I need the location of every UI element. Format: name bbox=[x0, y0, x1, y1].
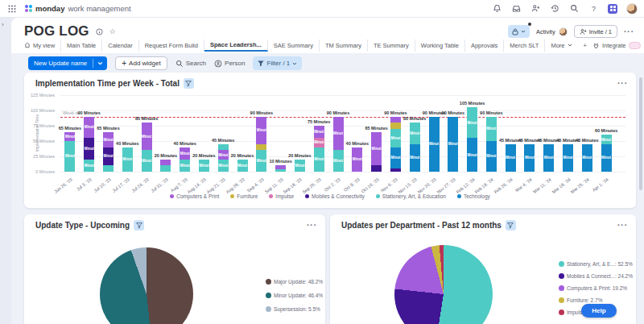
bar-Nov-20-23[interactable]: Minut bbox=[429, 117, 440, 172]
bar-segment[interactable]: Minut bbox=[180, 160, 190, 172]
favorite-star-icon[interactable]: ☆ bbox=[109, 27, 116, 35]
bar-Nov-27-23[interactable]: Minut bbox=[448, 117, 458, 172]
bar-Sep-11-23[interactable] bbox=[275, 165, 286, 172]
widget-menu-icon[interactable]: ··· bbox=[307, 221, 317, 230]
sidebar-expand-icon[interactable]: › bbox=[2, 21, 4, 28]
bar-Aug-21-23[interactable]: MinutMinut bbox=[218, 144, 229, 172]
bar-Sep-18-23[interactable]: Minut bbox=[295, 160, 305, 172]
bar-segment[interactable] bbox=[218, 144, 229, 151]
bar-Aug-14-23[interactable]: Minut bbox=[199, 160, 209, 172]
board-menu-icon[interactable]: ··· bbox=[624, 27, 634, 36]
help-icon[interactable]: ? bbox=[588, 3, 599, 14]
bar-Feb-26-24[interactable]: Minut bbox=[506, 144, 516, 172]
bar-Sep-25-23[interactable]: MinutMinutMinut bbox=[314, 126, 324, 172]
filter-button[interactable]: Filter / 1 bbox=[253, 56, 302, 70]
bar-segment[interactable]: Minut bbox=[390, 129, 401, 147]
bar-Mar-25-24[interactable]: Minut bbox=[582, 144, 592, 172]
bar-Feb-19-24[interactable]: MinutMinut bbox=[486, 117, 497, 172]
tab-working-table[interactable]: Working Table bbox=[415, 39, 465, 52]
tab-request-form-build[interactable]: Request Form Build bbox=[139, 39, 204, 52]
tab-more[interactable]: More bbox=[545, 39, 577, 52]
bar-segment[interactable] bbox=[160, 165, 171, 172]
bar-segment[interactable]: Minut bbox=[333, 150, 344, 172]
bar-segment[interactable]: Minut bbox=[410, 144, 420, 172]
bar-Jul-31-23[interactable] bbox=[160, 160, 171, 172]
tab-sae-summary[interactable]: SAE Summary bbox=[268, 39, 320, 52]
bar-segment[interactable]: Minut bbox=[218, 160, 229, 172]
bar-segment[interactable] bbox=[390, 123, 401, 129]
add-widget-button[interactable]: + Add widget bbox=[115, 56, 167, 70]
bar-Jul-24-23[interactable]: MinutMinut bbox=[142, 123, 152, 172]
bar-segment[interactable]: Minut bbox=[390, 147, 401, 169]
legend-item[interactable]: Impulse bbox=[269, 193, 294, 199]
board-privacy-button[interactable] bbox=[508, 25, 530, 38]
bar-Aug-28-23[interactable]: Minut bbox=[237, 160, 248, 172]
bar-segment[interactable]: Minut bbox=[103, 147, 114, 166]
bar-segment[interactable]: Minut bbox=[84, 138, 94, 160]
integrate-button[interactable]: Integrate bbox=[592, 42, 641, 49]
invite-user-icon[interactable] bbox=[530, 3, 541, 14]
bar-segment[interactable]: Minut bbox=[64, 141, 75, 172]
bar-Mar-11-24[interactable]: Minut bbox=[543, 144, 554, 172]
bar-segment[interactable]: Minut bbox=[467, 138, 477, 172]
tab-tm-summary[interactable]: TM Summary bbox=[320, 39, 368, 52]
legend-item[interactable]: Furniture bbox=[230, 193, 258, 199]
legend-item[interactable]: Stationery, Art, & Education bbox=[376, 193, 446, 199]
bar-segment[interactable] bbox=[390, 168, 401, 172]
apps-grid-icon[interactable] bbox=[6, 3, 17, 14]
bar-Nov-13-23[interactable]: MinutMinut bbox=[410, 123, 420, 172]
bar-segment[interactable]: Minut bbox=[314, 126, 324, 138]
bar-segment[interactable]: Minut bbox=[64, 132, 75, 141]
bar-segment[interactable]: Minut bbox=[142, 123, 152, 150]
new-update-button[interactable]: New Update name bbox=[28, 56, 107, 70]
search-icon[interactable] bbox=[569, 3, 580, 14]
legend-item[interactable]: Major Update: 48.2% bbox=[266, 279, 323, 285]
search-button[interactable]: Search bbox=[175, 60, 206, 68]
page-scrollbar[interactable] bbox=[639, 77, 642, 190]
bar-Oct-16-23[interactable]: Minut bbox=[371, 132, 382, 172]
monday-logo[interactable]: monday work management bbox=[25, 4, 131, 13]
bar-Feb-12-24[interactable]: MinutMinut bbox=[467, 107, 477, 172]
bar-segment[interactable] bbox=[275, 169, 286, 172]
bar-segment[interactable]: Minut bbox=[543, 144, 554, 172]
bar-segment[interactable]: Minut bbox=[524, 144, 535, 172]
bar-segment[interactable]: Minut bbox=[506, 144, 516, 172]
bar-Mar-18-24[interactable]: Minut bbox=[563, 144, 573, 172]
bar-segment[interactable]: Minut bbox=[371, 132, 382, 166]
pie-chart-departments[interactable] bbox=[394, 245, 493, 324]
bar-Jul-17-23[interactable]: Minut bbox=[122, 147, 133, 172]
legend-item[interactable]: Mobiles & Connect...: 24.2% bbox=[559, 273, 633, 279]
tab-main-table[interactable]: Main Table bbox=[61, 39, 102, 52]
bar-segment[interactable]: Minut bbox=[256, 117, 266, 144]
tab-space-leadersh[interactable]: Space Leadersh... bbox=[204, 39, 268, 52]
legend-item[interactable]: Computers & Print: 19.2% bbox=[559, 285, 633, 291]
widget-filter-icon[interactable] bbox=[506, 220, 516, 231]
widget-filter-icon[interactable] bbox=[134, 220, 144, 231]
bar-Oct-9-23[interactable]: Minut bbox=[352, 147, 362, 172]
bar-segment[interactable]: Minut bbox=[122, 147, 133, 172]
bar-segment[interactable]: Minut bbox=[563, 144, 573, 172]
tab-my-view[interactable]: My view bbox=[24, 39, 61, 52]
bar-Jul-10-23[interactable]: MinutMinut bbox=[103, 132, 114, 172]
bar-segment[interactable]: Minut bbox=[582, 144, 592, 172]
widget-menu-icon[interactable]: ··· bbox=[617, 221, 628, 230]
legend-item[interactable]: Mobiles & Connectivity bbox=[305, 193, 365, 199]
bar-segment[interactable]: Minut bbox=[601, 144, 612, 172]
history-icon[interactable] bbox=[550, 3, 560, 14]
bar-segment[interactable]: Minut bbox=[314, 147, 324, 172]
bar-segment[interactable]: Minut bbox=[84, 160, 94, 172]
add-view-button[interactable]: + bbox=[578, 39, 592, 52]
inbox-icon[interactable] bbox=[511, 3, 522, 14]
bar-Nov-6-23[interactable]: MinutMinut bbox=[390, 117, 401, 172]
bar-Jun-26-23[interactable]: MinutMinut bbox=[64, 132, 75, 172]
bar-segment[interactable]: Minut bbox=[352, 147, 362, 172]
activity-button[interactable]: Activity bbox=[536, 27, 568, 36]
pie-chart-update-type[interactable] bbox=[100, 247, 193, 324]
bar-segment[interactable]: Minut bbox=[429, 117, 440, 172]
bar-segment[interactable] bbox=[371, 165, 382, 172]
bar-segment[interactable]: Minut bbox=[448, 117, 458, 172]
bar-segment[interactable]: Minut bbox=[410, 123, 420, 144]
marketplace-icon[interactable] bbox=[608, 4, 617, 14]
bar-segment[interactable]: Minut bbox=[601, 135, 612, 143]
person-filter-button[interactable]: Person bbox=[214, 60, 245, 68]
